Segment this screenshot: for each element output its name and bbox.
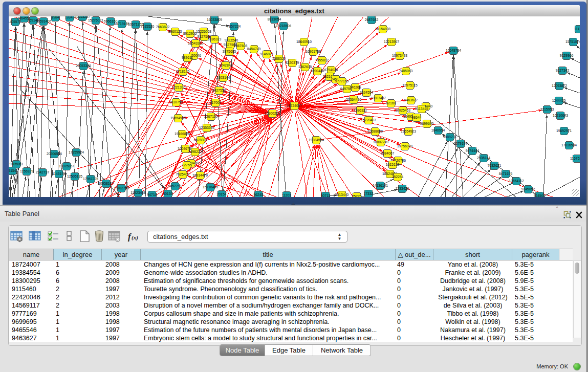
svg-text:19756928: 19756928	[397, 144, 412, 148]
svg-text:90711: 90711	[321, 194, 331, 197]
svg-text:9389231: 9389231	[443, 135, 457, 139]
svg-text:19166825: 19166825	[175, 132, 190, 136]
svg-text:9474444: 9474444	[466, 149, 480, 152]
svg-text:6794028: 6794028	[324, 68, 338, 72]
svg-text:96245: 96245	[254, 193, 264, 196]
svg-text:9113465: 9113465	[415, 107, 428, 111]
svg-text:12975115: 12975115	[402, 83, 418, 87]
svg-text:1640954: 1640954	[431, 128, 445, 132]
svg-text:18724007: 18724007	[287, 104, 302, 107]
svg-text:3267110: 3267110	[204, 115, 217, 118]
svg-text:8220379: 8220379	[286, 61, 299, 64]
svg-text:94710: 94710	[147, 193, 157, 196]
svg-text:1244415: 1244415	[552, 99, 566, 102]
svg-text:8813054: 8813054	[268, 17, 281, 21]
svg-text:1167531: 1167531	[570, 157, 580, 160]
svg-text:18807249: 18807249	[373, 140, 388, 144]
svg-text:7515526: 7515526	[141, 25, 155, 28]
svg-text:9329966: 9329966	[560, 54, 574, 57]
svg-text:16210643: 16210643	[553, 114, 568, 117]
svg-text:10719155: 10719155	[114, 22, 129, 26]
svg-text:6379197: 6379197	[454, 142, 468, 145]
svg-text:20206516: 20206516	[47, 152, 62, 156]
svg-text:1984: 1984	[51, 16, 59, 19]
svg-text:1145194: 1145194	[52, 172, 66, 176]
svg-text:1733426: 1733426	[396, 187, 409, 190]
svg-text:17332: 17332	[364, 192, 374, 195]
svg-text:11123: 11123	[574, 27, 580, 31]
svg-text:391541: 391541	[9, 169, 18, 172]
svg-text:7663822: 7663822	[156, 25, 170, 29]
svg-text:15276021: 15276021	[88, 18, 103, 22]
svg-text:19975867: 19975867	[59, 164, 74, 168]
svg-text:2867608: 2867608	[234, 44, 248, 48]
svg-text:2935114: 2935114	[477, 156, 490, 160]
svg-text:11201: 11201	[282, 193, 292, 197]
svg-text:2687682: 2687682	[365, 18, 379, 21]
svg-text:15300215: 15300215	[265, 112, 280, 115]
svg-text:9227342: 9227342	[556, 69, 570, 72]
svg-text:9146821: 9146821	[260, 52, 274, 56]
svg-text:746266: 746266	[350, 85, 361, 89]
svg-text:1221336: 1221336	[172, 85, 186, 89]
svg-text:16648784: 16648784	[446, 49, 461, 52]
svg-text:12755: 12755	[182, 163, 192, 167]
svg-text:16154808: 16154808	[375, 27, 390, 31]
svg-text:8960123: 8960123	[168, 30, 182, 33]
svg-text:9463627: 9463627	[404, 98, 418, 102]
svg-text:10958107: 10958107	[98, 182, 114, 185]
svg-text:15720407: 15720407	[361, 118, 376, 122]
svg-text:2342737: 2342737	[36, 170, 50, 174]
svg-text:20154: 20154	[217, 192, 227, 196]
svg-text:10025453: 10025453	[395, 108, 410, 112]
svg-text:2803144: 2803144	[216, 76, 230, 79]
svg-text:16961758: 16961758	[306, 50, 321, 53]
svg-text:252254: 252254	[392, 175, 404, 179]
svg-text:10807487: 10807487	[371, 96, 386, 100]
svg-text:9185061: 9185061	[10, 162, 24, 166]
svg-text:17957225: 17957225	[83, 177, 98, 181]
svg-text:16782759: 16782759	[114, 186, 129, 190]
svg-text:9513440: 9513440	[335, 193, 349, 196]
svg-text:62160: 62160	[386, 101, 396, 105]
svg-text:19218506: 19218506	[276, 24, 291, 28]
svg-text:1588520: 1588520	[272, 57, 286, 60]
svg-text:989611: 989611	[182, 56, 193, 59]
svg-text:3498222: 3498222	[188, 150, 202, 154]
svg-text:16033809: 16033809	[207, 18, 222, 21]
svg-text:19654905: 19654905	[170, 116, 186, 120]
svg-text:14136141: 14136141	[373, 184, 388, 187]
svg-text:924505: 924505	[534, 194, 546, 197]
svg-text:19654923: 19654923	[401, 129, 416, 133]
svg-text:7986322: 7986322	[354, 108, 367, 112]
svg-text:8427552: 8427552	[212, 89, 226, 92]
svg-text:8990448: 8990448	[311, 69, 324, 73]
svg-text:17016504: 17016504	[561, 143, 577, 147]
svg-text:417004: 417004	[210, 101, 222, 104]
svg-text:16543362: 16543362	[188, 41, 203, 45]
svg-text:10688609: 10688609	[367, 129, 383, 133]
svg-text:12213967: 12213967	[384, 40, 399, 43]
svg-text:12505135: 12505135	[67, 174, 82, 178]
svg-text:7485063: 7485063	[399, 69, 413, 73]
svg-text:9245052: 9245052	[521, 187, 535, 191]
svg-text:12353594: 12353594	[199, 126, 214, 129]
svg-text:1610755: 1610755	[169, 100, 183, 104]
svg-text:10654112: 10654112	[509, 179, 524, 183]
svg-text:9242848: 9242848	[219, 63, 233, 67]
svg-text:2718176: 2718176	[176, 70, 190, 73]
svg-text:8912955: 8912955	[183, 32, 197, 35]
svg-text:15716485: 15716485	[203, 185, 218, 189]
svg-text:20364436: 20364436	[346, 98, 361, 101]
svg-text:7625402: 7625402	[176, 172, 190, 176]
svg-text:25225: 25225	[352, 194, 362, 197]
svg-text:(x): (x)	[132, 234, 138, 241]
svg-text:19343: 19343	[65, 16, 75, 19]
svg-text:3215953: 3215953	[540, 107, 554, 111]
svg-text:7955812: 7955812	[315, 58, 329, 62]
svg-text:1615132: 1615132	[386, 163, 400, 166]
svg-text:12093872: 12093872	[552, 84, 567, 87]
svg-text:7632621: 7632621	[488, 164, 502, 167]
svg-text:11923448: 11923448	[130, 191, 146, 194]
svg-text:8186323: 8186323	[208, 37, 222, 41]
